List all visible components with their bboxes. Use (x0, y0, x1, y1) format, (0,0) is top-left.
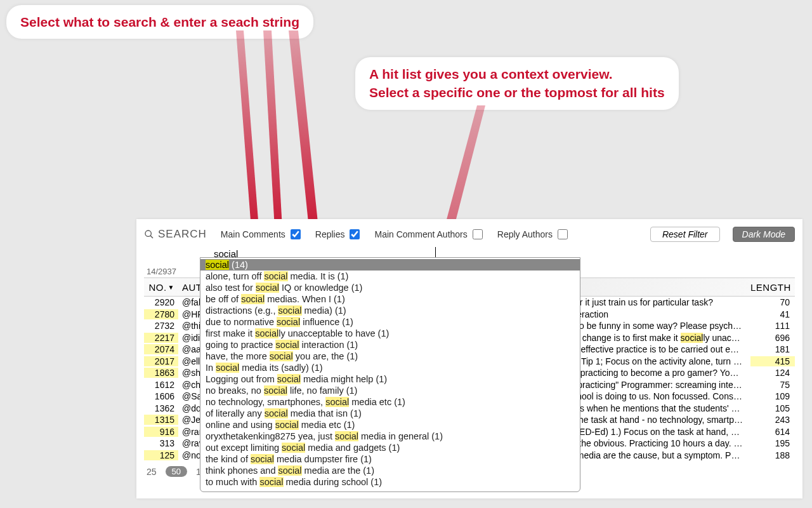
autocomplete-item[interactable]: out except limiting social media and gad… (200, 442, 580, 453)
cell-length: 415 (750, 356, 795, 366)
autocomplete-item[interactable]: social (14) (200, 259, 580, 271)
chk-reply-authors-label: Reply Authors (497, 229, 553, 239)
col-header-no-text: No. (148, 282, 166, 293)
col-header-length[interactable]: Length (750, 282, 795, 293)
autocomplete-item[interactable]: be off of social medias. When I (1) (200, 293, 580, 305)
cell-length: 188 (750, 450, 795, 460)
cell-length: 41 (750, 309, 795, 319)
cell-length: 124 (750, 368, 795, 378)
cell-no: 2017 (144, 356, 178, 366)
page-size-50[interactable]: 50 (166, 466, 187, 477)
autocomplete-item[interactable]: of literally any social media that isn (… (200, 408, 580, 419)
search-icon (144, 229, 154, 239)
chk-main-authors-input[interactable] (473, 229, 483, 239)
search-topbar: SEARCH Main Comments Replies Main Commen… (144, 224, 795, 244)
svg-marker-0 (236, 30, 259, 229)
chk-main-comments[interactable]: Main Comments (221, 227, 303, 241)
search-heading: SEARCH (144, 228, 207, 241)
cell-length: 111 (750, 321, 795, 331)
chk-main-comments-input[interactable] (291, 229, 301, 239)
autocomplete-item[interactable]: to much with social media during school … (200, 476, 580, 488)
svg-line-5 (150, 236, 153, 238)
annotation-hitlist-line2: Select a specific one or the topmost for… (369, 85, 665, 100)
cell-no: 125 (144, 450, 178, 460)
cell-no: 2074 (144, 344, 178, 354)
autocomplete-item[interactable]: Logging out from social media might help… (200, 373, 580, 385)
autocomplete-item[interactable]: also test for social IQ or knowledge (1) (200, 282, 580, 293)
cell-no: 2732 (144, 321, 178, 331)
chk-main-comments-label: Main Comments (221, 229, 285, 239)
annotation-hitlist: A hit list gives you a context overview.… (355, 57, 679, 110)
cell-no: 1362 (144, 403, 178, 413)
cell-no: 1606 (144, 391, 178, 401)
reset-filter-button[interactable]: Reset Filter (650, 227, 720, 242)
autocomplete-item[interactable]: have, the more social you are, the (1) (200, 351, 580, 362)
cell-no: 1612 (144, 380, 178, 390)
autocomplete-item[interactable]: first make it socially unacceptable to h… (200, 328, 580, 339)
svg-marker-2 (289, 30, 318, 229)
search-panel: SEARCH Main Comments Replies Main Commen… (136, 219, 802, 498)
page-size-25[interactable]: 25 (147, 467, 157, 477)
cell-length: 70 (750, 297, 795, 307)
cell-length: 75 (750, 380, 795, 390)
cell-no: 1315 (144, 415, 178, 425)
annotation-hitlist-line1: A hit list gives you a context overview. (369, 67, 613, 81)
dark-mode-button[interactable]: Dark Mode (733, 227, 795, 242)
svg-marker-1 (263, 30, 282, 229)
cell-length: 243 (750, 415, 795, 425)
chk-replies[interactable]: Replies (315, 227, 362, 241)
autocomplete-item[interactable]: distractions (e.g., social media) (1) (200, 305, 580, 316)
chk-main-authors-label: Main Comment Authors (374, 229, 467, 239)
autocomplete-item[interactable]: online and using social media etc (1) (200, 419, 580, 431)
chk-replies-input[interactable] (350, 229, 360, 239)
chk-main-authors[interactable]: Main Comment Authors (374, 227, 484, 241)
autocomplete-item[interactable]: alone, turn off social media. It is (1) (200, 271, 580, 282)
cell-no: 1863 (144, 368, 178, 378)
search-heading-text: SEARCH (158, 228, 207, 241)
cell-length: 105 (750, 403, 795, 413)
autocomplete-item[interactable]: no breaks, no social life, no family (1) (200, 385, 580, 396)
cell-length: 696 (750, 333, 795, 343)
svg-point-4 (145, 231, 151, 236)
autocomplete-item[interactable]: going to practice social interaction (1) (200, 339, 580, 351)
chk-replies-label: Replies (315, 229, 345, 239)
search-scope-checkboxes: Main Comments Replies Main Comment Autho… (221, 227, 570, 241)
cell-no: 2780 (144, 309, 178, 319)
sort-desc-icon: ▼ (168, 284, 174, 291)
col-header-no[interactable]: No. ▼ (144, 282, 178, 293)
autocomplete-item[interactable]: In social media its (sadly) (1) (200, 362, 580, 373)
cell-no: 2217 (144, 333, 178, 343)
cell-length: 614 (750, 427, 795, 437)
cell-no: 313 (144, 438, 178, 448)
chk-reply-authors[interactable]: Reply Authors (497, 227, 570, 241)
autocomplete-item[interactable]: due to normative social influence (1) (200, 316, 580, 328)
autocomplete-item[interactable]: oryxthetakenking8275 yea, just social me… (200, 431, 580, 442)
cell-no: 2920 (144, 297, 178, 307)
cell-length: 195 (750, 438, 795, 448)
autocomplete-item[interactable]: think phones and social media are the (1… (200, 465, 580, 476)
cell-no: 916 (144, 427, 178, 437)
chk-reply-authors-input[interactable] (558, 229, 568, 239)
annotation-search: Select what to search & enter a seach st… (6, 5, 313, 39)
autocomplete-dropdown: social (14)alone, turn off social media.… (200, 257, 580, 492)
autocomplete-item[interactable]: no technology, smartphones, social media… (200, 396, 580, 408)
cell-length: 109 (750, 391, 795, 401)
autocomplete-item[interactable]: the kind of social media dumpster fire (… (200, 453, 580, 465)
cell-length: 181 (750, 344, 795, 354)
